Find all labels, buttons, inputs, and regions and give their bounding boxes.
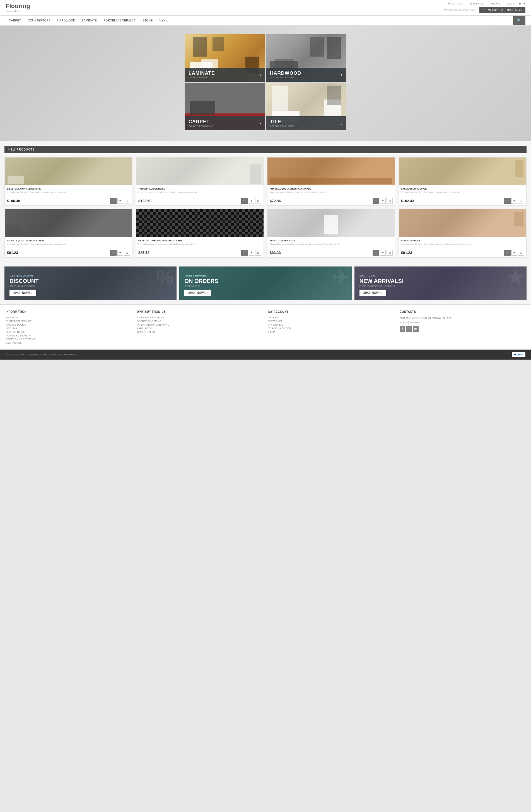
promo-btn-discount[interactable]: SHOP NOW! ›	[10, 290, 36, 296]
product-name-4: KALEIDOSCOPE STYLE	[401, 188, 524, 190]
footer-link-customer-service[interactable]: CUSTOMER SERVICE	[5, 320, 131, 322]
shop-now-arrow-discount: ›	[31, 291, 32, 294]
product-desc-2: It is great home for us to inform you th…	[138, 191, 261, 194]
compare-5[interactable]: ⊞	[124, 250, 130, 256]
link-checkout[interactable]: CHECKOUT	[489, 2, 503, 5]
footer-link-advanced-search[interactable]: ADVANCED SEARCH	[5, 334, 131, 337]
hero-arrow-hardwood: ›	[341, 72, 343, 78]
compare-6[interactable]: ⊞	[255, 250, 261, 256]
add-to-cart-7[interactable]: 🛒	[373, 250, 379, 256]
add-to-cart-5[interactable]: 🛒	[110, 250, 117, 256]
compare-8[interactable]: ⊞	[518, 250, 524, 256]
nav-item-porcelain[interactable]: PORCELAIN-CERAMIC	[100, 16, 139, 25]
footer-why-buy-title: WHY BUY FROM US	[137, 310, 263, 313]
compare-7[interactable]: ⊞	[387, 250, 393, 256]
add-to-cart-3[interactable]: 🛒	[373, 198, 379, 204]
product-name-2: TARKETT AURICE BEIGE	[138, 188, 261, 190]
product-price-4: $102.43	[401, 199, 414, 203]
product-name-7: TARKETT BLACK ANTIA	[270, 240, 393, 242]
footer-link-about-us[interactable]: ABOUT US	[5, 316, 131, 319]
footer-link-my-wishlist[interactable]: MY WISHLIST	[268, 323, 394, 326]
footer-link-help[interactable]: HELP	[268, 331, 394, 333]
paypal-text: PayPal	[514, 353, 523, 356]
cart-button[interactable]: 🛒 My Cart: 0 ITEM(S) - $0.00	[479, 7, 526, 13]
product-name-8: BERBER CARPET	[401, 240, 524, 242]
add-to-cart-6[interactable]: 🛒	[241, 250, 248, 256]
add-to-cart-1[interactable]: 🛒	[110, 198, 117, 204]
hero-label-tile: TILE DOLORE IPSUM COME ›	[266, 116, 346, 130]
nav-item-hardwood[interactable]: HARDWOOD	[54, 16, 78, 25]
footer-link-search-terms[interactable]: SEARCH TERMS	[5, 331, 131, 333]
wishlist-4[interactable]: ♥	[512, 198, 517, 204]
add-to-cart-2[interactable]: 🛒	[241, 198, 248, 204]
nav-item-vynil[interactable]: VYNIL	[156, 16, 172, 25]
copyright-text: © 2014 FLOORING ONLINE STORE. ALL RIGHTS…	[5, 353, 78, 356]
wishlist-5[interactable]: ♥	[117, 250, 123, 256]
product-card-7: TARKETT BLACK ANTIA It is great home for…	[267, 209, 395, 258]
compare-2[interactable]: ⊞	[255, 198, 261, 204]
promo-eyebrow-discount: GET EXCLUSIVE	[10, 274, 172, 277]
search-button[interactable]: 🔍	[513, 16, 526, 25]
link-log-in[interactable]: LOG IN	[507, 2, 515, 5]
wishlist-8[interactable]: ♥	[512, 250, 517, 256]
wishlist-1[interactable]: ♥	[117, 198, 123, 204]
header-right: MY ACCOUNT MY WISHLIST CHECKOUT LOG IN E…	[444, 2, 526, 13]
footer-link-view-cart[interactable]: VIEW CART	[268, 320, 394, 322]
product-image-8	[399, 209, 526, 237]
products-row-2: TARKETT QUARTZА BLACK VINYL It is great …	[4, 209, 527, 258]
product-price-6: $85.53	[138, 251, 149, 255]
product-price-3: $72.86	[270, 199, 281, 203]
product-desc-6: It is really important to build strong a…	[138, 243, 261, 246]
lang-selector[interactable]: En ▼	[519, 2, 526, 5]
social-icon-facebook[interactable]: f	[406, 326, 412, 332]
hero-arrow-laminate: ›	[259, 72, 261, 78]
wishlist-6[interactable]: ♥	[249, 250, 254, 256]
footer-link-track-order[interactable]: TRACK MY ORDER	[268, 327, 394, 330]
footer-link-site-map[interactable]: SITE MAP	[5, 327, 131, 330]
hero-label-laminate: LAMINATE DOLORE IPSUM COME ›	[185, 68, 265, 82]
hero-item-laminate[interactable]: LAMINATE DOLORE IPSUM COME ›	[185, 34, 265, 82]
product-name-5: TARKETT QUARTZА BLACK VINYL	[7, 240, 130, 242]
hero-item-hardwood[interactable]: HARDWOOD DOLORE IPSUM COME ›	[266, 34, 346, 82]
hero-item-carpet[interactable]: CARPET DOLORE IPSUM COME ›	[185, 83, 265, 130]
add-to-cart-4[interactable]: 🛒	[504, 198, 511, 204]
wishlist-7[interactable]: ♥	[380, 250, 386, 256]
product-desc-1: It is great home for us to inform you th…	[7, 191, 130, 194]
footer-link-privacy-policy[interactable]: PRIVACY POLICY	[5, 323, 131, 326]
promo-btn-arrivals[interactable]: SHOP NOW! ›	[359, 290, 386, 296]
cart-count: 0 ITEM(S) - $0.00	[500, 9, 522, 11]
nav-item-stone[interactable]: STONE	[139, 16, 156, 25]
nav-item-laminate[interactable]: LAMINATE	[78, 16, 100, 25]
product-image-5	[5, 209, 132, 237]
add-to-cart-8[interactable]: 🛒	[504, 250, 511, 256]
footer-link-orders-returns[interactable]: ORDERS AND RETURNS	[5, 338, 131, 340]
footer-link-contact-us[interactable]: CONTACT US	[5, 342, 131, 344]
compare-3[interactable]: ⊞	[387, 198, 393, 204]
compare-4[interactable]: ⊞	[518, 198, 524, 204]
hero-item-tile[interactable]: TILE DOLORE IPSUM COME ›	[266, 83, 346, 130]
nav-item-countertops[interactable]: COUNTERTOPS	[25, 16, 54, 25]
footer-link-group-sales[interactable]: GROUP SALES	[137, 331, 263, 333]
wishlist-3[interactable]: ♥	[380, 198, 386, 204]
cart-label: My Cart:	[488, 9, 498, 11]
social-icon-googleplus[interactable]: g+	[413, 326, 419, 332]
footer-link-international-shipping[interactable]: INTERNATIONAL SHIPPING	[137, 323, 263, 326]
link-my-account[interactable]: MY ACCOUNT	[448, 2, 465, 5]
compare-1[interactable]: ⊞	[124, 198, 130, 204]
promo-section: % GET EXCLUSIVE DISCOUNT ON YOUR NEXT OR…	[0, 262, 531, 304]
logo-area: Flooring online store	[5, 2, 30, 13]
footer-address: 2201 MARMORA ROAD, GLASGOW D4 899T	[400, 316, 526, 320]
promo-card-arrivals: ★ SHOP OUR NEW ARRIVALS! FROM FEATURED C…	[355, 266, 527, 300]
footer-link-secure-shopping[interactable]: SECURE SHOPPING	[137, 320, 263, 322]
footer-link-sign-in[interactable]: SIGN IN	[268, 316, 394, 319]
nav-item-carpet[interactable]: CARPET	[5, 16, 25, 25]
promo-btn-shipping[interactable]: SHOP NOW! ›	[184, 290, 211, 296]
promo-card-discount: % GET EXCLUSIVE DISCOUNT ON YOUR NEXT OR…	[4, 266, 176, 300]
wishlist-2[interactable]: ♥	[249, 198, 254, 204]
footer-link-affiliates[interactable]: AFFILIATES	[137, 327, 263, 330]
social-icon-twitter[interactable]: T	[400, 326, 405, 332]
shop-now-arrow-shipping: ›	[206, 291, 207, 294]
promo-big-icon-discount: %	[156, 268, 174, 287]
footer-link-shipping-returns[interactable]: SHIPPING & RETURNS	[137, 316, 263, 319]
link-my-wishlist[interactable]: MY WISHLIST	[469, 2, 485, 5]
